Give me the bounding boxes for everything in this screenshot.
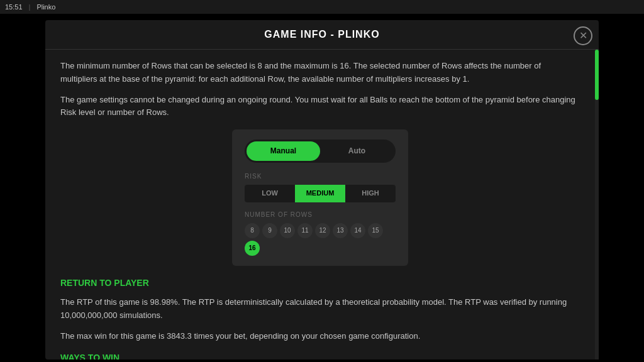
mode-tabs: Manual Auto (245, 140, 396, 163)
ways-to-win-title: WAYS TO WIN (60, 351, 580, 359)
app-title: Plinko (36, 3, 55, 11)
tab-manual[interactable]: Manual (247, 141, 320, 161)
row-btn-9[interactable]: 9 (262, 223, 277, 238)
scroll-thumb (595, 50, 599, 100)
paragraph-rows: The minimum number of Rows that can be s… (60, 60, 580, 86)
clock: 15:51 (5, 3, 23, 11)
paragraph-rtp1: The RTP of this game is 98.98%. The RTP … (60, 296, 580, 322)
settings-preview: Manual Auto RISK LOW MEDIUM HIGH NUMBER … (232, 129, 408, 266)
tab-auto[interactable]: Auto (320, 141, 394, 161)
paragraph-settings: The game settings cannot be changed duri… (60, 94, 580, 120)
risk-tabs: LOW MEDIUM HIGH (245, 185, 396, 202)
modal: GAME INFO - PLINKO ✕ The minimum number … (45, 20, 599, 359)
risk-high[interactable]: HIGH (345, 185, 396, 202)
modal-header: GAME INFO - PLINKO ✕ (45, 20, 599, 50)
modal-content[interactable]: The minimum number of Rows that can be s… (45, 50, 595, 359)
modal-overlay: GAME INFO - PLINKO ✕ The minimum number … (0, 14, 644, 362)
row-btn-12[interactable]: 12 (315, 223, 330, 238)
paragraph-rtp2: The max win for this game is 3843.3 time… (60, 330, 580, 343)
rtp-section-title: RETURN TO PLAYER (60, 276, 580, 290)
risk-low[interactable]: LOW (245, 185, 295, 202)
row-btn-13[interactable]: 13 (333, 223, 348, 238)
close-button[interactable]: ✕ (574, 26, 592, 45)
rows-container: 8910111213141516 (245, 223, 396, 256)
risk-label: RISK (245, 172, 396, 182)
risk-medium[interactable]: MEDIUM (295, 185, 345, 202)
rows-label: NUMBER OF ROWS (245, 210, 396, 220)
row-btn-11[interactable]: 11 (297, 223, 313, 238)
top-bar: 15:51 | Plinko (0, 0, 644, 14)
row-btn-8[interactable]: 8 (245, 223, 260, 238)
row-btn-14[interactable]: 14 (350, 223, 365, 238)
modal-body: The minimum number of Rows that can be s… (45, 50, 599, 359)
row-btn-15[interactable]: 15 (368, 223, 383, 238)
scroll-indicator (595, 50, 599, 359)
top-bar-divider: | (29, 3, 31, 11)
row-btn-16[interactable]: 16 (245, 241, 260, 256)
modal-title: GAME INFO - PLINKO (264, 29, 379, 40)
row-btn-10[interactable]: 10 (280, 223, 295, 238)
